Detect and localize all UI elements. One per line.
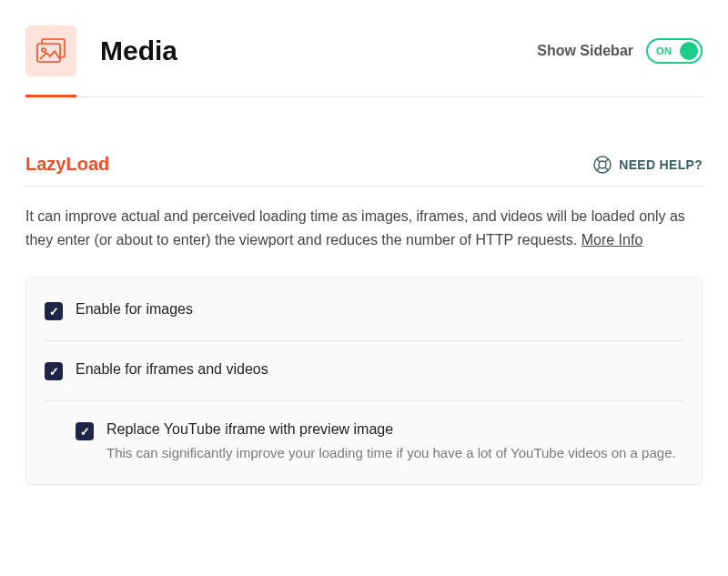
- lazyload-section: LazyLoad NEED HELP? It can improve actua…: [25, 154, 703, 485]
- option-content: Replace YouTube iframe with preview imag…: [106, 421, 683, 464]
- media-icon: [36, 38, 66, 64]
- option-description: This can significantly improve your load…: [106, 443, 683, 464]
- toggle-knob: [680, 42, 698, 60]
- section-description: It can improve actual and perceived load…: [25, 205, 703, 251]
- options-panel: ✓ Enable for images ✓ Enable for iframes…: [25, 277, 703, 485]
- option-content: Enable for images: [76, 301, 683, 318]
- option-enable-images: ✓ Enable for images: [45, 278, 683, 341]
- more-info-link[interactable]: More Info: [581, 232, 643, 248]
- need-help-link[interactable]: NEED HELP?: [593, 156, 703, 174]
- option-replace-youtube: ✓ Replace YouTube iframe with preview im…: [76, 401, 683, 484]
- section-header: LazyLoad NEED HELP?: [25, 154, 703, 187]
- header-left: Media: [25, 25, 177, 96]
- option-content: Enable for iframes and videos: [76, 361, 683, 378]
- option-enable-iframes: ✓ Enable for iframes and videos: [45, 341, 683, 401]
- show-sidebar-label: Show Sidebar: [537, 43, 633, 59]
- active-tab-underline: [25, 95, 76, 97]
- checkmark-icon: ✓: [49, 365, 59, 379]
- checkbox-enable-iframes[interactable]: ✓: [45, 362, 63, 380]
- header-right: Show Sidebar ON: [537, 38, 703, 84]
- checkbox-enable-images[interactable]: ✓: [45, 302, 63, 320]
- page-title: Media: [100, 35, 177, 66]
- checkmark-icon: ✓: [80, 425, 90, 439]
- option-label: Enable for images: [76, 301, 683, 318]
- lifebuoy-icon: [593, 156, 612, 174]
- option-label: Enable for iframes and videos: [76, 361, 683, 378]
- checkmark-icon: ✓: [49, 305, 59, 318]
- svg-point-4: [599, 161, 606, 168]
- toggle-on-text: ON: [656, 45, 672, 56]
- show-sidebar-toggle[interactable]: ON: [646, 38, 703, 64]
- need-help-text: NEED HELP?: [619, 157, 703, 172]
- page-header: Media Show Sidebar ON: [25, 25, 703, 97]
- svg-line-6: [605, 167, 609, 171]
- media-icon-box: [25, 25, 76, 76]
- checkbox-replace-youtube[interactable]: ✓: [76, 422, 94, 440]
- option-label: Replace YouTube iframe with preview imag…: [106, 421, 683, 438]
- svg-line-7: [605, 158, 609, 162]
- svg-line-8: [597, 167, 601, 171]
- section-title: LazyLoad: [25, 154, 109, 175]
- svg-line-5: [597, 158, 601, 162]
